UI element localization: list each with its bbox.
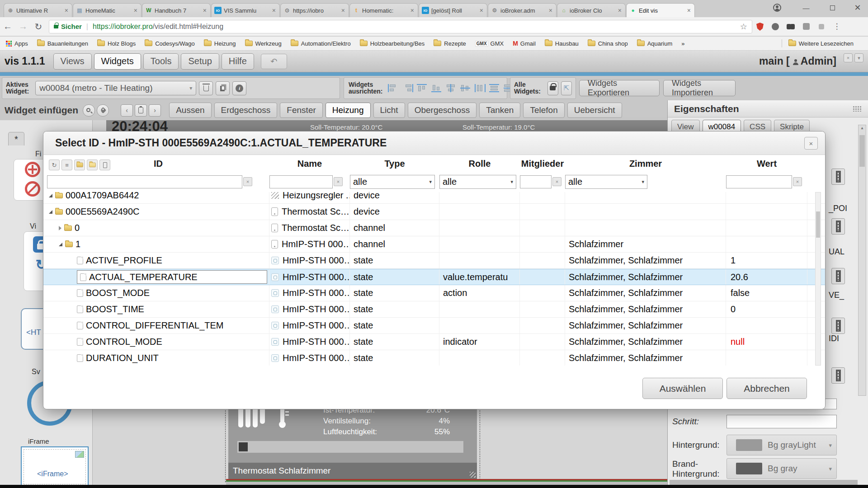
filter-id-input[interactable] <box>47 175 242 188</box>
table-row[interactable]: ACTUAL_TEMPERATUREHmIP-STH 000…statevalu… <box>43 269 825 285</box>
browser-tab[interactable]: ⌂ioBroker Clo× <box>557 3 626 17</box>
widget-info-button[interactable]: i <box>232 81 246 95</box>
view-tab-telefon[interactable]: Telefon <box>523 103 564 118</box>
dist-v-icon[interactable] <box>489 84 500 92</box>
film-strip-icon[interactable] <box>831 318 845 334</box>
menu-views[interactable]: Views <box>53 53 92 70</box>
cancel-button[interactable]: Abbrechen <box>726 378 807 399</box>
panel-scrollbar[interactable]: ▴ <box>858 125 866 396</box>
select-button[interactable]: Auswählen <box>642 378 723 399</box>
clear-filter-icon[interactable]: × <box>552 177 561 186</box>
bookmark-item[interactable]: Hausbau <box>545 40 579 47</box>
show-widgets-button[interactable]: ⇱ <box>561 81 572 95</box>
clear-filter-icon[interactable]: × <box>793 177 802 186</box>
search-widget-button[interactable] <box>83 104 95 117</box>
align-left-icon[interactable] <box>388 84 399 92</box>
menu-tools[interactable]: Tools <box>143 53 179 70</box>
expand-open-icon[interactable] <box>49 194 52 197</box>
view-tab-uebersicht[interactable]: Uebersicht <box>567 103 622 118</box>
bookmark-item[interactable]: Heizung <box>204 40 236 47</box>
filter-wert-input[interactable] <box>726 175 792 188</box>
view-tab-erdgeschoss[interactable]: Erdgeschoss <box>214 103 278 118</box>
align-bottom-icon[interactable] <box>431 84 442 92</box>
export-widgets-button[interactable]: Widgets Exportieren <box>579 80 660 96</box>
browser-tab[interactable]: ▤HomeMatic× <box>73 3 142 17</box>
prev-view-button[interactable]: ‹ <box>121 104 133 117</box>
tab-close-icon[interactable]: × <box>340 7 346 14</box>
browser-tab[interactable]: IOVIS Sammlu× <box>211 3 280 17</box>
panel-close-button[interactable]: × <box>844 53 853 62</box>
browser-tab[interactable]: ●Edit vis× <box>626 3 695 17</box>
bookmark-item[interactable]: Holz Blogs <box>97 40 136 47</box>
browser-tab[interactable]: tHomematic:× <box>349 3 418 17</box>
table-scrollbar[interactable] <box>815 192 821 366</box>
window-close-button[interactable]: ✕ <box>850 2 865 14</box>
brand-hintergrund-select[interactable]: Bg gray ▾ <box>726 458 837 479</box>
menu-hilfe[interactable]: Hilfe <box>222 53 254 70</box>
table-row[interactable]: 000E5569A2490CThermostat Sc…device <box>43 204 825 220</box>
view-tab-obergeschoss[interactable]: Obergeschoss <box>408 103 477 118</box>
palette-tab-star[interactable]: * <box>8 132 24 145</box>
table-row[interactable]: ACTIVE_PROFILEHmIP-STH 000…stateSchlafzi… <box>43 253 825 269</box>
view-tab-licht[interactable]: Licht <box>373 103 405 118</box>
filter-rolle-select[interactable]: alle▾ <box>439 175 516 189</box>
reload-button[interactable]: ↻ <box>31 21 46 32</box>
center-v-icon[interactable] <box>460 84 471 92</box>
dialog-close-button[interactable]: × <box>804 137 818 150</box>
copy-widget-button[interactable] <box>216 81 230 95</box>
schritt-input[interactable] <box>726 415 837 428</box>
table-row[interactable]: 1HmIP-STH 000…channelSchlafzimmer <box>43 236 825 253</box>
browser-tab[interactable]: IO[gelöst] Roll× <box>419 3 487 17</box>
table-row[interactable]: CONTROL_MODEHmIP-STH 000…stateindicatorS… <box>43 334 825 350</box>
undo-button[interactable]: ↶ <box>261 54 287 69</box>
maximize-button[interactable] <box>825 2 840 14</box>
binoculars-icon[interactable] <box>783 24 798 29</box>
dist-h-icon[interactable] <box>475 84 486 92</box>
clear-filter-icon[interactable]: × <box>334 177 343 186</box>
browser-tab[interactable]: ⊕Ultimative R× <box>4 3 72 17</box>
chrome-menu-icon[interactable]: ⋮ <box>829 22 844 31</box>
extension-circle-icon[interactable] <box>768 23 783 30</box>
table-row[interactable]: DURATION_UNITHmIP-STH 000…stateSchlafzim… <box>43 350 825 366</box>
filter-name-input[interactable] <box>269 175 333 188</box>
table-row[interactable]: 000A1709AB6442Heizungsregler ...device <box>43 192 825 204</box>
browser-tab[interactable]: WHandbuch 7× <box>142 3 211 17</box>
delete-widget-button[interactable] <box>199 81 213 95</box>
browser-tab[interactable]: ⚙ioBroker.adm× <box>488 3 557 17</box>
filter-mitglieder-input[interactable] <box>520 175 552 188</box>
table-row[interactable]: BOOST_MODEHmIP-STH 000…stateactionSchlaf… <box>43 285 825 301</box>
filter-zimmer-select[interactable]: alle▾ <box>565 175 647 189</box>
expand-open-icon[interactable] <box>59 243 62 246</box>
import-widgets-button[interactable]: Widgets Importieren <box>663 80 736 96</box>
table-scroll-thumb[interactable] <box>816 211 820 238</box>
filter-type-select[interactable]: alle▾ <box>350 175 435 189</box>
table-row[interactable]: BOOST_TIMEHmIP-STH 000…stateSchlafzimmer… <box>43 301 825 318</box>
center-h-icon[interactable] <box>446 84 457 92</box>
view-tab-fenster[interactable]: Fenster <box>280 103 322 118</box>
table-row[interactable]: CONTROL_DIFFERENTIAL_TEMHmIP-STH 000…sta… <box>43 318 825 334</box>
expand-closed-icon[interactable] <box>59 226 61 230</box>
tab-close-icon[interactable]: × <box>617 7 623 14</box>
hintergrund-select[interactable]: Bg grayLight ▾ <box>726 435 837 455</box>
menu-widgets[interactable]: Widgets <box>94 53 141 70</box>
bookmark-item[interactable]: GMXGMX <box>475 40 504 47</box>
bookmark-item[interactable]: Werkzeug <box>245 40 282 47</box>
film-strip-icon[interactable] <box>831 169 845 185</box>
lock-widgets-button[interactable] <box>547 81 558 95</box>
url-field[interactable]: Sicher | https://iobroker.pro /vis/edit.… <box>49 20 752 33</box>
align-top-icon[interactable] <box>417 84 428 92</box>
thermostat-widget[interactable]: Ist-Temperatur:20.6°CVentilstellung:4%Lu… <box>228 402 477 479</box>
palette-widget-iframe[interactable]: <iFrame> <box>21 446 89 487</box>
tab-close-icon[interactable]: × <box>548 7 553 14</box>
view-tab-aussen[interactable]: Aussen <box>169 103 211 118</box>
view-tab-tanken[interactable]: Tanken <box>479 103 520 118</box>
film-strip-icon[interactable] <box>831 367 845 384</box>
bookmark-item[interactable]: » <box>681 40 684 47</box>
bookmark-item[interactable]: Apps <box>5 40 28 47</box>
bookmark-star-icon[interactable]: ☆ <box>740 22 747 32</box>
bookmark-item[interactable]: China shop <box>588 40 628 47</box>
tab-close-icon[interactable]: × <box>479 7 484 14</box>
extension-small-icon[interactable] <box>814 24 829 29</box>
minimize-button[interactable]: — <box>798 2 814 14</box>
tab-close-icon[interactable]: × <box>202 7 208 14</box>
